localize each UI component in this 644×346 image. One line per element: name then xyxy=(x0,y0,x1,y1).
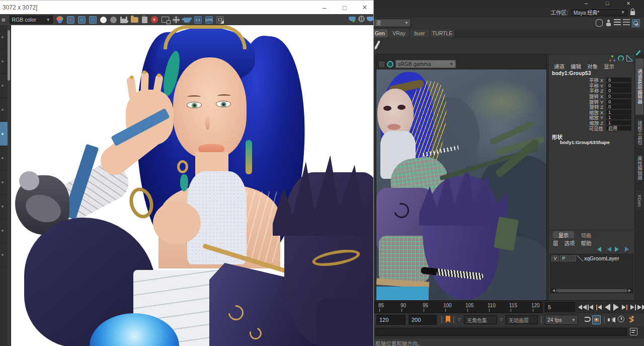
hypergraph-icon[interactable] xyxy=(626,55,632,61)
shape-name[interactable]: body1:Group53Shape xyxy=(560,140,610,145)
step-back-frame-button[interactable] xyxy=(586,303,595,312)
move-layer-icon-2[interactable] xyxy=(605,247,611,252)
tab-channel-box[interactable]: 通道盒/层编辑器 xyxy=(635,58,644,115)
history-item[interactable] xyxy=(0,170,8,194)
character-set-field[interactable]: 无角色集 xyxy=(464,315,497,324)
play-backwards-button[interactable] xyxy=(603,303,612,312)
charset-menu-arrow[interactable]: ▽ xyxy=(458,317,461,322)
shelf-tab-buer[interactable]: buer xyxy=(410,29,429,37)
color-corrections-icon[interactable] xyxy=(56,16,63,23)
history-item[interactable] xyxy=(0,98,8,122)
script-editor-icon[interactable] xyxy=(630,328,637,335)
channel-value[interactable]: 0 xyxy=(606,94,631,99)
viewport-scene[interactable] xyxy=(376,70,546,300)
shelf-tab-gen[interactable]: Gen xyxy=(372,29,388,37)
layer-tab-display[interactable]: 显示 xyxy=(553,231,574,238)
scroll-left-arrow[interactable] xyxy=(551,289,555,292)
menu-show[interactable]: 显示 xyxy=(604,62,614,70)
viewport-colorspace-dropdown[interactable]: sRGB gamma ▼ xyxy=(395,60,456,68)
attribute-editor-toggle-icon[interactable] xyxy=(614,19,621,27)
history-item[interactable] xyxy=(0,74,8,98)
anim-layer-field[interactable]: 无动画层 xyxy=(506,315,538,324)
tab-xgen[interactable]: XGen xyxy=(635,190,644,211)
shelf-tab-vray[interactable]: VRay xyxy=(389,29,409,37)
layer-playback-toggle[interactable]: P xyxy=(560,255,568,261)
channel-value[interactable]: 0 xyxy=(606,78,631,83)
rendered-image[interactable] xyxy=(11,25,373,346)
red-channel-button[interactable]: R xyxy=(67,16,74,24)
history-item[interactable] xyxy=(0,243,8,267)
loop-playback-icon[interactable] xyxy=(584,317,591,322)
current-frame-field[interactable]: 5 xyxy=(545,302,575,312)
layer-hscrollbar[interactable] xyxy=(550,289,633,293)
scroll-right-arrow[interactable] xyxy=(628,289,632,292)
channel-box-toggle-icon[interactable] xyxy=(632,19,640,27)
viewport-mode-icon[interactable] xyxy=(378,61,385,67)
save-image-icon[interactable] xyxy=(120,17,127,23)
load-image-icon[interactable] xyxy=(131,17,138,23)
channel-value[interactable]: 0 xyxy=(606,104,631,109)
history-item[interactable] xyxy=(0,219,8,243)
layer-tab-anim[interactable]: 动画 xyxy=(576,231,597,238)
history-scrollbar[interactable] xyxy=(8,25,10,346)
workspace-dropdown[interactable]: Maya 经典*▼ xyxy=(571,9,627,16)
layer-state-box[interactable] xyxy=(569,255,576,261)
tab-attribute-editor[interactable]: 属性编辑器 xyxy=(635,154,644,183)
ipr-pause-icon[interactable] xyxy=(358,16,365,22)
modeling-toolkit-toggle-icon[interactable] xyxy=(596,19,603,27)
shelf-pen-tool-icon[interactable] xyxy=(374,40,380,49)
one-to-one-zoom-button[interactable]: 1:1 xyxy=(194,16,202,24)
new-layer-icon-1[interactable] xyxy=(615,247,621,252)
tool-settings-toggle-icon[interactable] xyxy=(623,19,630,27)
fps-dropdown[interactable]: 24 fps▼ xyxy=(545,315,578,325)
menu-help[interactable]: 帮助 xyxy=(581,239,592,247)
scroll-handle[interactable] xyxy=(556,289,627,292)
render-last-icon[interactable] xyxy=(349,17,356,21)
sound-icon[interactable] xyxy=(608,316,615,323)
animation-prefs-icon[interactable] xyxy=(628,316,635,323)
zoom-level-button[interactable]: 10% xyxy=(205,16,213,24)
blue-channel-button[interactable]: B xyxy=(89,16,97,24)
clear-image-icon[interactable]: × xyxy=(151,16,158,23)
channel-value[interactable]: 启用 xyxy=(606,126,631,131)
manipulator-icon[interactable] xyxy=(609,55,615,61)
viewport-colormanagement-icon[interactable] xyxy=(387,61,393,67)
channel-value[interactable]: 1 xyxy=(606,110,631,115)
maya-maximize-button[interactable]: □ xyxy=(600,0,615,6)
channel-value[interactable]: 0 xyxy=(606,83,631,88)
menu-object[interactable]: 对象 xyxy=(587,62,598,70)
menu-layers[interactable]: 层 xyxy=(553,239,558,247)
go-to-end-button[interactable] xyxy=(637,303,644,312)
menu-channels[interactable]: 通道 xyxy=(554,62,565,70)
workspace-lock-icon[interactable] xyxy=(630,11,635,15)
vfb-minimize-button[interactable]: – xyxy=(316,1,333,15)
speed-dial-icon[interactable] xyxy=(618,55,624,61)
vfb-channel-dropdown[interactable]: RGB color▼ xyxy=(10,16,53,24)
history-item[interactable] xyxy=(0,146,8,170)
channel-value[interactable]: 1 xyxy=(606,120,631,125)
channel-value[interactable]: 0 xyxy=(606,99,631,104)
animlayer-menu-arrow[interactable]: ▽ xyxy=(500,317,503,322)
range-end-field[interactable]: 200 xyxy=(409,315,437,325)
step-forward-frame-button[interactable] xyxy=(629,303,637,312)
track-mouse-icon[interactable] xyxy=(173,16,180,23)
render-teapot-icon[interactable] xyxy=(183,18,191,23)
duplicate-to-host-icon[interactable] xyxy=(162,17,169,23)
layer-row[interactable]: V P xqGroomLayer xyxy=(550,254,633,262)
play-forwards-button[interactable] xyxy=(612,303,620,312)
step-forward-key-button[interactable] xyxy=(620,303,629,312)
playback-speed-icon[interactable] xyxy=(618,316,624,322)
channel-value[interactable]: 1 xyxy=(606,115,631,120)
channel-value[interactable]: 0 xyxy=(606,88,631,93)
new-layer-icon-2[interactable] xyxy=(625,247,631,252)
vfb-close-button[interactable]: × xyxy=(356,1,373,15)
move-layer-icon-1[interactable] xyxy=(595,247,601,252)
clipboard-icon[interactable] xyxy=(142,17,147,23)
layer-color-swatch[interactable] xyxy=(577,255,583,261)
command-line-input[interactable] xyxy=(375,328,627,336)
selection-mask-dropdown[interactable]: 灵▼ xyxy=(373,19,411,27)
auto-key-button[interactable] xyxy=(592,315,601,324)
range-start-field[interactable]: 120 xyxy=(376,315,406,325)
history-item[interactable] xyxy=(0,194,8,219)
vfb-titlebar[interactable]: 3072 x 3072] – □ × xyxy=(0,0,373,14)
